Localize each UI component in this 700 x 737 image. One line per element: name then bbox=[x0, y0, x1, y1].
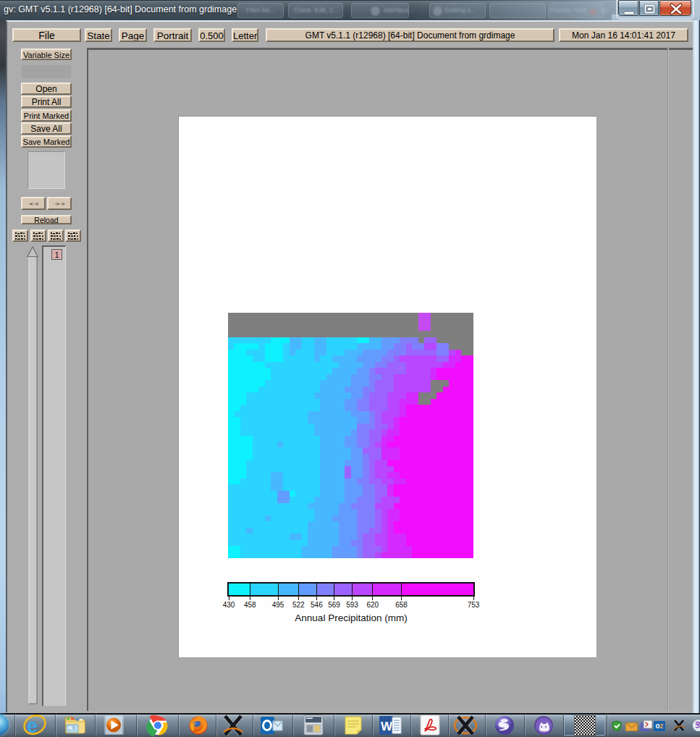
svg-text:e: e bbox=[27, 715, 38, 737]
svg-text:W: W bbox=[381, 720, 393, 733]
